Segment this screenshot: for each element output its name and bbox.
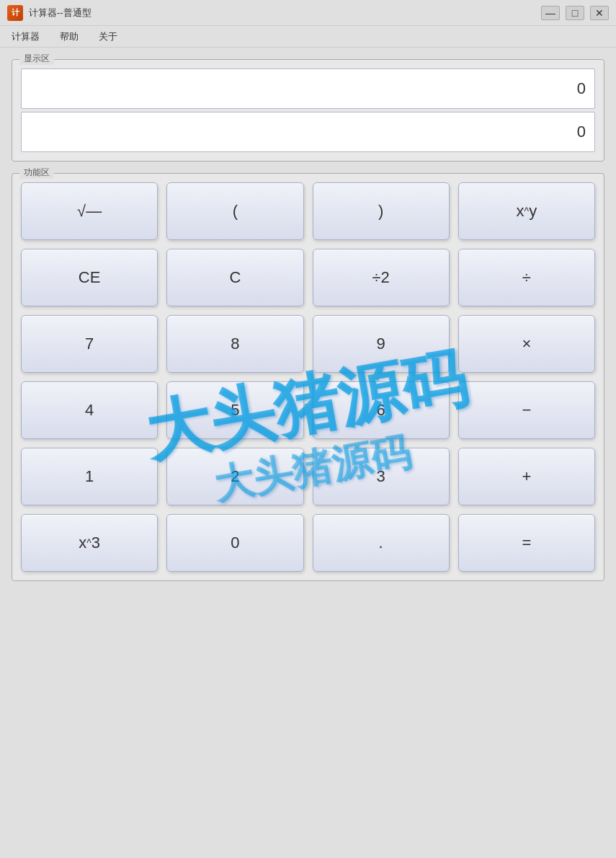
title-bar-left: 计 计算器--普通型 [7, 5, 91, 21]
calculator-window: 计 计算器--普通型 — □ ✕ 计算器 帮助 关于 显示区 0 0 [0, 0, 616, 858]
window-controls: — □ ✕ [541, 6, 609, 20]
three-button[interactable]: 3 [313, 448, 450, 505]
divide-button[interactable]: ÷ [458, 249, 595, 306]
nine-button[interactable]: 9 [313, 315, 450, 373]
window-title: 计算器--普通型 [29, 6, 91, 19]
function-section-label: 功能区 [19, 167, 54, 179]
display-area: 0 0 [21, 68, 595, 152]
decimal-button[interactable]: . [313, 514, 450, 572]
close-button[interactable]: ✕ [590, 6, 609, 20]
upper-display: 0 [21, 68, 595, 109]
power-y-button[interactable]: x^y [458, 182, 595, 240]
one-button[interactable]: 1 [21, 448, 158, 505]
title-bar: 计 计算器--普通型 — □ ✕ [0, 0, 616, 26]
menu-about[interactable]: 关于 [94, 29, 122, 45]
display-section: 显示区 0 0 [12, 59, 604, 162]
button-row-1: CE C ÷2 ÷ [21, 249, 595, 306]
sqrt-button[interactable]: √— [21, 182, 158, 240]
equals-button[interactable]: = [458, 514, 595, 572]
cube-button[interactable]: x^3 [21, 514, 158, 572]
main-content: 显示区 0 0 功能区 √— ( ) x^y CE [0, 48, 616, 858]
menu-help[interactable]: 帮助 [55, 29, 83, 45]
open-paren-button[interactable]: ( [166, 182, 303, 240]
lower-display: 0 [21, 112, 595, 152]
c-button[interactable]: C [166, 249, 303, 306]
menu-bar: 计算器 帮助 关于 [0, 26, 616, 48]
ce-button[interactable]: CE [21, 249, 158, 306]
eight-button[interactable]: 8 [166, 315, 303, 373]
seven-button[interactable]: 7 [21, 315, 158, 373]
six-button[interactable]: 6 [313, 381, 450, 439]
minus-button[interactable]: − [458, 381, 595, 439]
minimize-button[interactable]: — [541, 6, 560, 20]
zero-button[interactable]: 0 [166, 514, 303, 572]
close-paren-button[interactable]: ) [313, 182, 450, 240]
app-icon: 计 [7, 5, 23, 21]
five-button[interactable]: 5 [166, 381, 303, 439]
button-row-3: 4 5 6 − [21, 381, 595, 439]
display-section-label: 显示区 [19, 53, 54, 65]
button-row-4: 1 2 3 + [21, 448, 595, 505]
button-row-2: 7 8 9 × [21, 315, 595, 373]
function-section: 功能区 √— ( ) x^y CE C ÷2 ÷ 7 8 9 × [12, 173, 604, 581]
button-row-5: x^3 0 . = [21, 514, 595, 572]
plus-button[interactable]: + [458, 448, 595, 505]
button-row-0: √— ( ) x^y [21, 182, 595, 240]
multiply-button[interactable]: × [458, 315, 595, 373]
backspace-button[interactable]: ÷2 [313, 249, 450, 306]
menu-calculator[interactable]: 计算器 [7, 29, 44, 45]
four-button[interactable]: 4 [21, 381, 158, 439]
maximize-button[interactable]: □ [566, 6, 584, 20]
two-button[interactable]: 2 [166, 448, 303, 505]
